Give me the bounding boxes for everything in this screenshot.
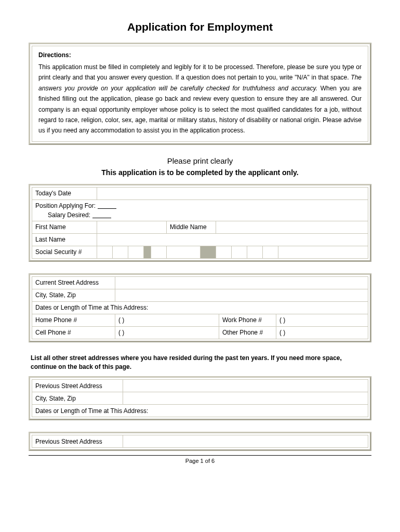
current-address-label: Current Street Address	[32, 276, 115, 289]
ssn-digit-1[interactable]	[97, 246, 113, 258]
position-row[interactable]: Position Applying For: Salary Desired:	[32, 200, 368, 221]
last-name-label: Last Name	[32, 233, 97, 246]
first-name-label: First Name	[32, 221, 97, 233]
city-state-zip-field[interactable]	[115, 289, 368, 301]
other-phone-label: Other Phone #	[219, 326, 276, 339]
work-phone-label: Work Phone #	[219, 314, 276, 326]
salary-underline[interactable]	[92, 212, 111, 218]
ssn-digit-7[interactable]	[232, 246, 247, 258]
page-title: Application for Employment	[29, 21, 371, 33]
previous-address-instructions: List all other street addresses where yo…	[31, 354, 369, 371]
cell-phone-label: Cell Phone #	[32, 326, 115, 339]
prev-address-label-1: Previous Street Address	[32, 380, 123, 392]
ssn-digit-4[interactable]	[151, 246, 167, 258]
ssn-filler	[278, 246, 368, 258]
todays-date-label: Today's Date	[32, 187, 97, 200]
dates-at-address-label: Dates or Length of Time at This Address:	[32, 301, 368, 314]
ssn-dash-2	[200, 246, 216, 258]
ssn-dash-1	[144, 246, 151, 258]
prev-dates-text-1: Dates or Length of Time at This Address:	[35, 407, 148, 415]
directions-heading: Directions:	[38, 51, 362, 59]
ssn-digit-3[interactable]	[128, 246, 144, 258]
prev-city-label-1: City, State, Zip	[32, 392, 123, 405]
page-footer: Page 1 of 6	[29, 455, 371, 464]
directions-p1: This application must be filled in compl…	[38, 63, 362, 81]
prev-address-field-2[interactable]	[123, 435, 368, 448]
prev-address-label-2: Previous Street Address	[32, 435, 123, 448]
last-name-field[interactable]	[97, 233, 368, 246]
work-phone-field[interactable]: ( )	[276, 314, 368, 326]
position-label: Position Applying For:	[35, 202, 96, 209]
ssn-digit-9[interactable]	[263, 246, 278, 258]
prev-city-field-1[interactable]	[123, 392, 368, 405]
ssn-digit-5[interactable]	[167, 246, 201, 258]
ssn-digit-8[interactable]	[247, 246, 263, 258]
previous-address-panel-1: Previous Street Address City, State, Zip…	[29, 376, 371, 420]
position-underline[interactable]	[98, 203, 116, 209]
salary-label: Salary Desired:	[48, 211, 90, 219]
ssn-digit-6[interactable]	[216, 246, 232, 258]
ssn-label: Social Security #	[32, 246, 97, 258]
city-state-zip-label: City, State, Zip	[32, 289, 115, 301]
directions-body: This application must be filled in compl…	[38, 62, 362, 136]
personal-info-panel: Today's Date Position Applying For: Sala…	[29, 184, 371, 262]
print-clearly-label: Please print clearly	[29, 156, 371, 165]
address-panel: Current Street Address City, State, Zip …	[29, 273, 371, 342]
home-phone-field[interactable]: ( )	[115, 314, 219, 326]
prev-dates-label-1: Dates or Length of Time at This Address:	[32, 405, 368, 417]
prev-address-field-1[interactable]	[123, 380, 368, 392]
previous-address-panel-2: Previous Street Address	[29, 432, 371, 451]
cell-phone-field[interactable]: ( )	[115, 326, 219, 339]
middle-name-field[interactable]	[216, 221, 368, 233]
home-phone-label: Home Phone #	[32, 314, 115, 326]
ssn-digit-2[interactable]	[113, 246, 128, 258]
directions-panel: Directions: This application must be fil…	[29, 43, 371, 145]
other-phone-field[interactable]: ( )	[276, 326, 368, 339]
first-name-field[interactable]	[97, 221, 167, 233]
todays-date-field[interactable]	[97, 187, 368, 200]
current-address-field[interactable]	[115, 276, 368, 289]
applicant-only-label: This application is to be completed by t…	[29, 168, 371, 177]
middle-name-label: Middle Name	[167, 221, 216, 233]
